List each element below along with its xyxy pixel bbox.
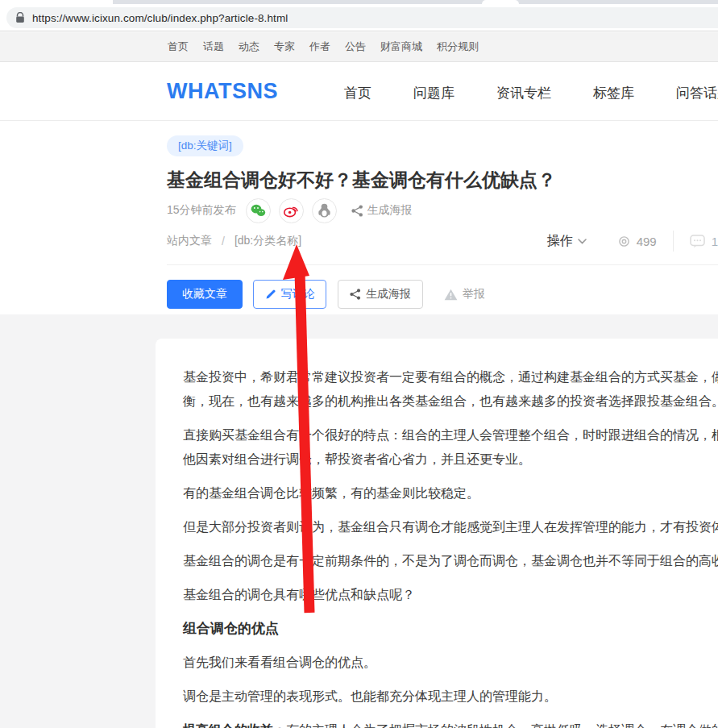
- paragraph-line-text: 有的主理人会为了把握市场的波段性机会，高抛低吸，选择调仓，在调仓做的: [286, 723, 718, 728]
- article-actions: 收藏文章 写评论 生成海报 举报: [167, 280, 485, 309]
- lock-icon: [15, 12, 25, 23]
- warning-icon: [444, 289, 458, 301]
- topbar-links: 首页 话题 动态 专家 作者 公告 财富商城 积分规则: [168, 40, 479, 54]
- topbar-link-home[interactable]: 首页: [168, 40, 189, 54]
- paragraph-line: 衡，现在，也有越来越多的机构推出各类基金组合，也有越来越多的投资者选择跟投基金组…: [183, 389, 718, 414]
- wechat-share-button[interactable]: [246, 198, 271, 223]
- topbar-link-topics[interactable]: 话题: [203, 40, 224, 54]
- topbar-link-mall[interactable]: 财富商城: [380, 40, 422, 54]
- paragraph: 基金组合的调仓是有一定前期条件的，不是为了调仓而调仓，基金调仓也并不等同于组合的…: [183, 549, 718, 573]
- generate-poster-link[interactable]: 生成海报: [351, 203, 413, 218]
- generate-poster-label: 生成海报: [367, 203, 413, 218]
- nav-item-qa-topics[interactable]: 问答话题: [676, 84, 718, 102]
- breadcrumb-category[interactable]: [db:分类名称]: [234, 234, 301, 248]
- paragraph: 基金投资中，希财君常常建议投资者一定要有组合的概念，通过构建基金组合的方式买基金…: [183, 365, 718, 414]
- article-title: 基金组合调仓好不好？基金调仓有什么优缺点？: [167, 168, 556, 193]
- paragraph: 直接购买基金组合有一个很好的特点：组合的主理人会管理整个组合，时时跟进组合的情况…: [183, 423, 718, 472]
- weibo-icon: [284, 204, 299, 218]
- comment-count-value: 1: [712, 235, 718, 248]
- eye-icon: [617, 236, 631, 247]
- header-divider: [167, 264, 718, 265]
- comment-bubble-icon: [690, 235, 705, 248]
- share-icon: [351, 205, 363, 217]
- generate-poster-button[interactable]: 生成海报: [338, 280, 423, 309]
- nav-item-articles[interactable]: 资讯专栏: [496, 84, 551, 102]
- report-button[interactable]: 举报: [444, 287, 485, 302]
- paragraph: 基金组合的调仓具有哪些优点和缺点呢？: [183, 583, 718, 607]
- article-body-card: 基金投资中，希财君常常建议投资者一定要有组合的概念，通过构建基金组合的方式买基金…: [156, 339, 718, 728]
- qq-icon: [318, 203, 330, 218]
- paragraph-line: 基金投资中，希财君常常建议投资者一定要有组合的概念，通过构建基金组合的方式买基金…: [183, 365, 718, 389]
- wechat-icon: [251, 204, 266, 218]
- paragraph-bold-lead: 提高组合的收益：: [183, 723, 286, 728]
- paragraph: 但是大部分投资者则认为，基金组合只有调仓才能感觉到主理人在发挥管理的能力，才有投…: [183, 515, 718, 539]
- comment-count[interactable]: 1: [690, 235, 718, 248]
- topbar-link-experts[interactable]: 专家: [274, 40, 295, 54]
- share-icon: [350, 289, 361, 300]
- browser-toolbar: https://www.icixun.com/club/index.php?ar…: [0, 4, 718, 31]
- topbar-link-authors[interactable]: 作者: [309, 40, 330, 54]
- paragraph: 首先我们来看看组合调仓的优点。: [183, 651, 718, 675]
- keyword-tag[interactable]: [db:关键词]: [167, 135, 243, 156]
- section-heading-text: 组合调仓的优点: [183, 617, 718, 641]
- main-nav: 首页 问题库 资讯专栏 标签库 问答话题: [344, 84, 718, 102]
- section-heading: 组合调仓的优点: [183, 617, 718, 641]
- chevron-down-icon: [578, 239, 587, 244]
- site-header: WHATSNS 首页 问题库 资讯专栏 标签库 问答话题: [0, 63, 718, 121]
- favorite-label: 收藏文章: [182, 287, 227, 302]
- view-count-value: 499: [637, 235, 657, 248]
- paragraph-line: 调仓是主动管理的表现形式。也能都充分体现主理人的管理能力。: [183, 684, 718, 709]
- breadcrumb: 站内文章 / [db:分类名称] 操作 499: [167, 231, 718, 251]
- publish-time: 15分钟前发布: [167, 203, 236, 218]
- url-text[interactable]: https://www.icixun.com/club/index.php?ar…: [32, 12, 288, 24]
- write-comment-button[interactable]: 写评论: [253, 280, 326, 309]
- paragraph-line: 但是大部分投资者则认为，基金组合只有调仓才能感觉到主理人在发挥管理的能力，才有投…: [183, 515, 718, 539]
- qq-share-button[interactable]: [312, 198, 337, 223]
- nav-item-questions[interactable]: 问题库: [413, 84, 454, 102]
- weibo-share-button[interactable]: [279, 198, 304, 223]
- browser-window: https://www.icixun.com/club/index.php?ar…: [0, 0, 718, 728]
- paragraph-line: 有的基金组合调仓比较频繁，有的基金则比较稳定。: [183, 481, 718, 505]
- report-label: 举报: [463, 287, 485, 302]
- article-stats: 操作 499 1: [547, 231, 718, 251]
- paragraph: 调仓是主动管理的表现形式。也能都充分体现主理人的管理能力。: [183, 684, 718, 709]
- favorite-article-button[interactable]: 收藏文章: [167, 280, 243, 309]
- topbar-link-points-rules[interactable]: 积分规则: [437, 40, 479, 54]
- write-comment-label: 写评论: [281, 287, 315, 302]
- site-topbar: 首页 话题 动态 专家 作者 公告 财富商城 积分规则: [0, 32, 718, 62]
- stats-divider: [673, 231, 674, 252]
- address-bar[interactable]: https://www.icixun.com/club/index.php?ar…: [6, 7, 718, 28]
- topbar-link-activity[interactable]: 动态: [239, 40, 259, 54]
- paragraph-line: 直接购买基金组合有一个很好的特点：组合的主理人会管理整个组合，时时跟进组合的情况…: [183, 423, 718, 447]
- view-count: 499: [617, 235, 657, 248]
- topbar-link-announcements[interactable]: 公告: [345, 40, 366, 54]
- paragraph-line: 基金组合的调仓具有哪些优点和缺点呢？: [183, 583, 718, 607]
- generate-poster-button-label: 生成海报: [366, 287, 411, 302]
- nav-item-home[interactable]: 首页: [344, 84, 371, 102]
- pencil-icon: [265, 289, 276, 300]
- breadcrumb-separator: /: [222, 235, 225, 248]
- nav-item-tags[interactable]: 标签库: [593, 84, 634, 102]
- actions-dropdown[interactable]: 操作: [547, 233, 587, 250]
- paragraph-line: 他因素对组合进行调仓，帮投资者省心省力，并且还更专业。: [183, 447, 718, 472]
- breadcrumb-section[interactable]: 站内文章: [167, 234, 212, 248]
- paragraph: 提高组合的收益：有的主理人会为了把握市场的波段性机会，高抛低吸，选择调仓，在调仓…: [183, 718, 718, 728]
- article-meta: 15分钟前发布 生成海报: [167, 197, 413, 224]
- actions-label: 操作: [547, 233, 573, 250]
- article-header: [db:关键词] 基金组合调仓好不好？基金调仓有什么优缺点？ 15分钟前发布: [0, 122, 718, 314]
- paragraph-line: 提高组合的收益：有的主理人会为了把握市场的波段性机会，高抛低吸，选择调仓，在调仓…: [183, 718, 718, 728]
- paragraph: 有的基金组合调仓比较频繁，有的基金则比较稳定。: [183, 481, 718, 505]
- paragraph-line: 首先我们来看看组合调仓的优点。: [183, 651, 718, 675]
- paragraph-line: 基金组合的调仓是有一定前期条件的，不是为了调仓而调仓，基金调仓也并不等同于组合的…: [183, 549, 718, 573]
- site-logo[interactable]: WHATSNS: [167, 79, 278, 104]
